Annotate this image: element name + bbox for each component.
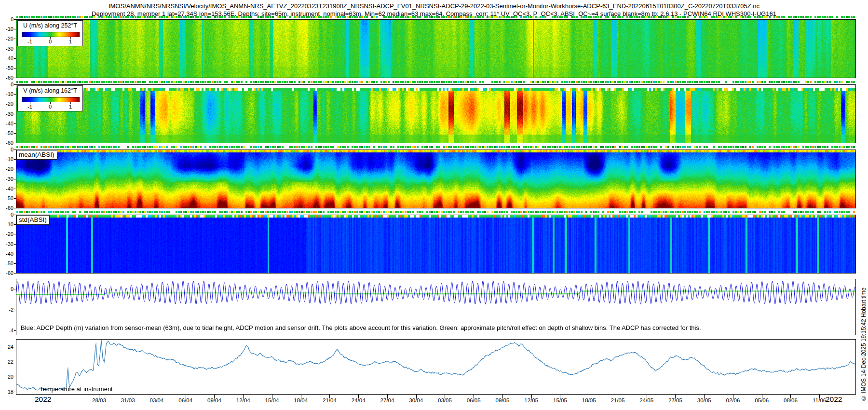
depth-tick-label: -50 <box>1 195 14 201</box>
depth-tick-label: -20 <box>1 166 14 172</box>
u-colorbar-legend: U (m/s) along 252°T -1 0 1 <box>17 20 83 46</box>
temperature-tick-label: 22 <box>1 359 14 365</box>
panel-mean-absi: mean(ABSI) <box>16 150 856 208</box>
mean-absi-label: mean(ABSI) <box>16 150 57 160</box>
depth-tick-label: -30 <box>1 46 14 52</box>
mean-absi-heatmap-canvas <box>16 150 855 208</box>
qc-flag-strip-std-absi <box>16 211 855 214</box>
depth-tick-label: -30 <box>1 176 14 182</box>
temperature-line-canvas <box>16 340 855 394</box>
depth-tick-label: -50 <box>1 260 14 266</box>
depth-tick-label: 0 <box>1 82 14 87</box>
v-colorbar-tick-neg1: -1 <box>25 104 35 109</box>
u-colorbar <box>22 32 80 37</box>
date-tick-label: 11/06 <box>809 397 830 403</box>
v-colorbar-tick-1: 1 <box>66 104 75 109</box>
date-tick-label: 27/05 <box>665 397 686 403</box>
u-colorbar-tick-neg1: -1 <box>25 39 35 44</box>
v-velocity-heatmap-canvas <box>16 85 855 143</box>
x-axis-year-left: 2022 <box>35 395 51 404</box>
panel-v-velocity: V (m/s) along 162°T -1 0 1 <box>16 84 856 143</box>
std-absi-heatmap-canvas <box>16 215 855 273</box>
depth-tick-label: -60 <box>1 75 14 81</box>
v-legend-title: V (m/s) along 162°T <box>18 87 82 94</box>
date-tick-label: 05/06 <box>751 397 773 403</box>
depth-tick-label: -10 <box>1 221 14 227</box>
depth-tick-label: -50 <box>1 130 14 136</box>
depth-tick-label: 0 <box>1 147 14 152</box>
date-tick-label: 31/03 <box>117 397 138 403</box>
date-tick-label: 18/04 <box>290 397 312 403</box>
depth-tick-label: -10 <box>1 91 14 97</box>
date-tick-label: 08/06 <box>780 397 801 403</box>
depth-panel-tick-label: 0 <box>1 286 14 292</box>
date-tick-label: 30/05 <box>693 397 715 403</box>
depth-tick-label: -50 <box>1 65 14 71</box>
qc-flag-strip-v <box>16 81 855 83</box>
date-tick-label: 09/05 <box>492 397 513 403</box>
qc-flag-strip-u <box>16 15 855 18</box>
depth-panel-tick-label: -4 <box>1 328 14 333</box>
v-colorbar-tick-0: 0 <box>45 104 55 109</box>
qc-flag-strip-mean-absi <box>16 146 855 149</box>
depth-tick-label: -20 <box>1 101 14 107</box>
temperature-label: Temperature at instrument <box>40 385 113 393</box>
date-tick-label: 18/05 <box>578 397 599 403</box>
plot-title-filename: IMOS/ANMN/NRS/NRSNSI/Velocity/IMOS_ANMN-… <box>0 2 868 10</box>
depth-tick-label: -10 <box>1 156 14 162</box>
depth-tick-label: -40 <box>1 251 14 257</box>
date-tick-label: 15/04 <box>261 397 283 403</box>
std-absi-label: std(ABSI) <box>16 215 50 225</box>
temperature-tick-label: 18 <box>1 389 14 395</box>
temperature-tick-label: 20 <box>1 374 14 380</box>
depth-tick-label: -40 <box>1 55 14 61</box>
depth-tick-label: -40 <box>1 121 14 126</box>
date-tick-label: 27/04 <box>377 397 398 403</box>
date-tick-label: 12/04 <box>232 397 254 403</box>
date-tick-label: 15/05 <box>549 397 570 403</box>
depth-tick-label: 0 <box>1 16 14 22</box>
panel-u-velocity: U (m/s) along 252°T -1 0 1 <box>16 19 856 78</box>
date-tick-label: 24/05 <box>636 397 657 403</box>
v-colorbar-legend: V (m/s) along 162°T -1 0 1 <box>17 85 83 111</box>
date-tick-label: 30/04 <box>406 397 427 403</box>
u-legend-title: U (m/s) along 252°T <box>18 22 82 29</box>
temperature-tick-label: 24 <box>1 344 14 350</box>
depth-tick-label: -30 <box>1 241 14 247</box>
depth-tick-label: -30 <box>1 111 14 117</box>
adcp-plot-page: IMOS/ANMN/NRS/NRSNSI/Velocity/IMOS_ANMN-… <box>0 0 868 410</box>
u-velocity-heatmap-canvas <box>16 20 855 78</box>
date-tick-label: 21/05 <box>607 397 628 403</box>
date-tick-label: 06/05 <box>463 397 484 403</box>
depth-tick-label: -20 <box>1 36 14 41</box>
u-colorbar-tick-1: 1 <box>66 39 75 44</box>
panel-std-absi: std(ABSI) <box>16 215 856 273</box>
depth-tick-label: -10 <box>1 26 14 32</box>
depth-tick-label: -40 <box>1 186 14 191</box>
date-tick-label: 12/05 <box>521 397 542 403</box>
v-colorbar <box>22 97 80 102</box>
date-tick-label: 02/06 <box>722 397 744 403</box>
date-tick-label: 09/04 <box>203 397 225 403</box>
date-tick-label: 24/04 <box>348 397 369 403</box>
date-tick-label: 03/05 <box>434 397 455 403</box>
depth-tick-label: -20 <box>1 231 14 237</box>
depth-tick-label: -60 <box>1 140 14 146</box>
depth-tick-label: -60 <box>1 205 14 211</box>
depth-variation-annotation: Blue: ADCP Depth (m) variation from sens… <box>21 324 701 331</box>
panel-depth-variation: Blue: ADCP Depth (m) variation from sens… <box>16 279 856 335</box>
copyright-watermark: © IMOS 14-Dec-2025 19:15:42 Hobart time <box>860 287 867 401</box>
depth-tick-label: 0 <box>1 212 14 218</box>
date-tick-label: 21/04 <box>319 397 340 403</box>
date-tick-label: 03/04 <box>146 397 167 403</box>
date-tick-label: 28/03 <box>88 397 109 403</box>
panel-temperature: Temperature at instrument <box>16 339 856 395</box>
depth-panel-tick-label: -2 <box>1 307 14 313</box>
depth-tick-label: -60 <box>1 270 14 276</box>
u-colorbar-tick-0: 0 <box>45 39 55 44</box>
date-tick-label: 06/04 <box>175 397 196 403</box>
